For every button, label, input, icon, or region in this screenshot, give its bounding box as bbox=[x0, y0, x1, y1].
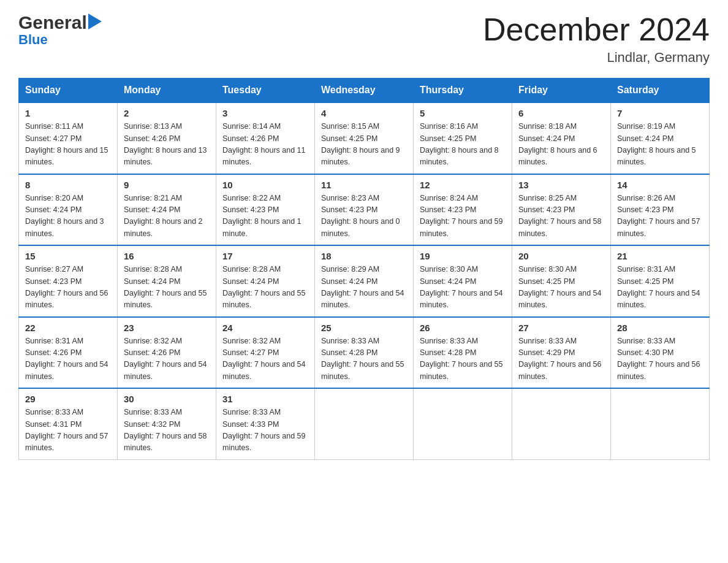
day-number: 4 bbox=[321, 108, 407, 118]
day-number: 23 bbox=[124, 323, 210, 333]
day-number: 25 bbox=[321, 323, 407, 333]
table-row: 17 Sunrise: 8:28 AMSunset: 4:24 PMDaylig… bbox=[216, 245, 315, 317]
day-info: Sunrise: 8:27 AMSunset: 4:23 PMDaylight:… bbox=[25, 265, 108, 309]
day-info: Sunrise: 8:28 AMSunset: 4:24 PMDaylight:… bbox=[124, 265, 207, 309]
day-number: 19 bbox=[420, 251, 506, 261]
table-row: 27 Sunrise: 8:33 AMSunset: 4:29 PMDaylig… bbox=[512, 317, 611, 389]
table-row: 29 Sunrise: 8:33 AMSunset: 4:31 PMDaylig… bbox=[19, 388, 118, 459]
table-row: 12 Sunrise: 8:24 AMSunset: 4:23 PMDaylig… bbox=[414, 174, 512, 246]
table-row: 11 Sunrise: 8:23 AMSunset: 4:23 PMDaylig… bbox=[315, 174, 414, 246]
table-row: 2 Sunrise: 8:13 AMSunset: 4:26 PMDayligh… bbox=[118, 102, 216, 174]
table-row: 5 Sunrise: 8:16 AMSunset: 4:25 PMDayligh… bbox=[414, 102, 512, 174]
page-header: General Blue December 2024 Lindlar, Germ… bbox=[18, 12, 710, 66]
col-sunday: Sunday bbox=[19, 79, 118, 103]
table-row: 3 Sunrise: 8:14 AMSunset: 4:26 PMDayligh… bbox=[216, 102, 315, 174]
day-number: 26 bbox=[420, 323, 506, 333]
table-row bbox=[512, 388, 611, 459]
month-title: December 2024 bbox=[483, 12, 710, 47]
table-row: 24 Sunrise: 8:32 AMSunset: 4:27 PMDaylig… bbox=[216, 317, 315, 389]
calendar-body: 1 Sunrise: 8:11 AMSunset: 4:27 PMDayligh… bbox=[19, 102, 710, 459]
day-info: Sunrise: 8:33 AMSunset: 4:33 PMDaylight:… bbox=[222, 408, 306, 452]
day-info: Sunrise: 8:23 AMSunset: 4:23 PMDaylight:… bbox=[321, 194, 400, 238]
table-row: 21 Sunrise: 8:31 AMSunset: 4:25 PMDaylig… bbox=[611, 245, 710, 317]
day-info: Sunrise: 8:14 AMSunset: 4:26 PMDaylight:… bbox=[222, 122, 306, 166]
day-info: Sunrise: 8:15 AMSunset: 4:25 PMDaylight:… bbox=[321, 122, 400, 166]
table-row: 19 Sunrise: 8:30 AMSunset: 4:24 PMDaylig… bbox=[414, 245, 512, 317]
day-info: Sunrise: 8:26 AMSunset: 4:23 PMDaylight:… bbox=[617, 194, 700, 238]
table-row bbox=[611, 388, 710, 459]
day-number: 20 bbox=[518, 251, 604, 261]
day-number: 10 bbox=[222, 180, 308, 190]
col-friday: Friday bbox=[512, 79, 611, 103]
day-number: 12 bbox=[420, 180, 506, 190]
day-info: Sunrise: 8:18 AMSunset: 4:24 PMDaylight:… bbox=[518, 122, 597, 166]
logo: General Blue bbox=[18, 12, 102, 48]
table-row: 6 Sunrise: 8:18 AMSunset: 4:24 PMDayligh… bbox=[512, 102, 611, 174]
day-info: Sunrise: 8:32 AMSunset: 4:27 PMDaylight:… bbox=[222, 337, 306, 381]
day-info: Sunrise: 8:24 AMSunset: 4:23 PMDaylight:… bbox=[420, 194, 503, 238]
day-info: Sunrise: 8:33 AMSunset: 4:29 PMDaylight:… bbox=[518, 337, 602, 381]
day-info: Sunrise: 8:20 AMSunset: 4:24 PMDaylight:… bbox=[25, 194, 104, 238]
table-row: 31 Sunrise: 8:33 AMSunset: 4:33 PMDaylig… bbox=[216, 388, 315, 459]
day-number: 27 bbox=[518, 323, 604, 333]
table-row: 25 Sunrise: 8:33 AMSunset: 4:28 PMDaylig… bbox=[315, 317, 414, 389]
table-row: 16 Sunrise: 8:28 AMSunset: 4:24 PMDaylig… bbox=[118, 245, 216, 317]
day-info: Sunrise: 8:30 AMSunset: 4:24 PMDaylight:… bbox=[420, 265, 503, 309]
day-info: Sunrise: 8:31 AMSunset: 4:26 PMDaylight:… bbox=[25, 337, 108, 381]
day-number: 22 bbox=[25, 323, 111, 333]
table-row: 10 Sunrise: 8:22 AMSunset: 4:23 PMDaylig… bbox=[216, 174, 315, 246]
day-number: 30 bbox=[124, 394, 210, 404]
table-row: 9 Sunrise: 8:21 AMSunset: 4:24 PMDayligh… bbox=[118, 174, 216, 246]
day-number: 6 bbox=[518, 108, 604, 118]
table-row bbox=[315, 388, 414, 459]
day-number: 28 bbox=[617, 323, 703, 333]
day-info: Sunrise: 8:31 AMSunset: 4:25 PMDaylight:… bbox=[617, 265, 700, 309]
day-info: Sunrise: 8:33 AMSunset: 4:28 PMDaylight:… bbox=[420, 337, 503, 381]
table-row: 7 Sunrise: 8:19 AMSunset: 4:24 PMDayligh… bbox=[611, 102, 710, 174]
day-number: 24 bbox=[222, 323, 308, 333]
day-info: Sunrise: 8:29 AMSunset: 4:24 PMDaylight:… bbox=[321, 265, 404, 309]
table-row: 26 Sunrise: 8:33 AMSunset: 4:28 PMDaylig… bbox=[414, 317, 512, 389]
day-number: 3 bbox=[222, 108, 308, 118]
day-info: Sunrise: 8:28 AMSunset: 4:24 PMDaylight:… bbox=[222, 265, 306, 309]
logo-blue-text: Blue bbox=[18, 32, 48, 48]
table-row: 28 Sunrise: 8:33 AMSunset: 4:30 PMDaylig… bbox=[611, 317, 710, 389]
day-info: Sunrise: 8:22 AMSunset: 4:23 PMDaylight:… bbox=[222, 194, 301, 238]
day-number: 8 bbox=[25, 180, 111, 190]
table-row bbox=[414, 388, 512, 459]
day-info: Sunrise: 8:33 AMSunset: 4:30 PMDaylight:… bbox=[617, 337, 700, 381]
table-row: 15 Sunrise: 8:27 AMSunset: 4:23 PMDaylig… bbox=[19, 245, 118, 317]
day-number: 1 bbox=[25, 108, 111, 118]
table-row: 30 Sunrise: 8:33 AMSunset: 4:32 PMDaylig… bbox=[118, 388, 216, 459]
day-info: Sunrise: 8:30 AMSunset: 4:25 PMDaylight:… bbox=[518, 265, 602, 309]
col-monday: Monday bbox=[118, 79, 216, 103]
day-number: 5 bbox=[420, 108, 506, 118]
day-number: 18 bbox=[321, 251, 407, 261]
day-number: 13 bbox=[518, 180, 604, 190]
day-number: 17 bbox=[222, 251, 308, 261]
svg-marker-0 bbox=[88, 13, 102, 29]
day-number: 9 bbox=[124, 180, 210, 190]
col-thursday: Thursday bbox=[414, 79, 512, 103]
day-info: Sunrise: 8:11 AMSunset: 4:27 PMDaylight:… bbox=[25, 122, 108, 166]
day-number: 15 bbox=[25, 251, 111, 261]
day-number: 2 bbox=[124, 108, 210, 118]
day-number: 14 bbox=[617, 180, 703, 190]
day-number: 11 bbox=[321, 180, 407, 190]
table-row: 8 Sunrise: 8:20 AMSunset: 4:24 PMDayligh… bbox=[19, 174, 118, 246]
day-info: Sunrise: 8:33 AMSunset: 4:31 PMDaylight:… bbox=[25, 408, 108, 452]
table-row: 1 Sunrise: 8:11 AMSunset: 4:27 PMDayligh… bbox=[19, 102, 118, 174]
calendar-header: Sunday Monday Tuesday Wednesday Thursday… bbox=[19, 79, 710, 103]
day-info: Sunrise: 8:32 AMSunset: 4:26 PMDaylight:… bbox=[124, 337, 207, 381]
col-saturday: Saturday bbox=[611, 79, 710, 103]
day-number: 21 bbox=[617, 251, 703, 261]
location-label: Lindlar, Germany bbox=[483, 50, 710, 66]
day-number: 7 bbox=[617, 108, 703, 118]
day-number: 29 bbox=[25, 394, 111, 404]
title-area: December 2024 Lindlar, Germany bbox=[483, 12, 710, 66]
table-row: 23 Sunrise: 8:32 AMSunset: 4:26 PMDaylig… bbox=[118, 317, 216, 389]
col-tuesday: Tuesday bbox=[216, 79, 315, 103]
day-info: Sunrise: 8:19 AMSunset: 4:24 PMDaylight:… bbox=[617, 122, 696, 166]
table-row: 20 Sunrise: 8:30 AMSunset: 4:25 PMDaylig… bbox=[512, 245, 611, 317]
day-info: Sunrise: 8:16 AMSunset: 4:25 PMDaylight:… bbox=[420, 122, 499, 166]
